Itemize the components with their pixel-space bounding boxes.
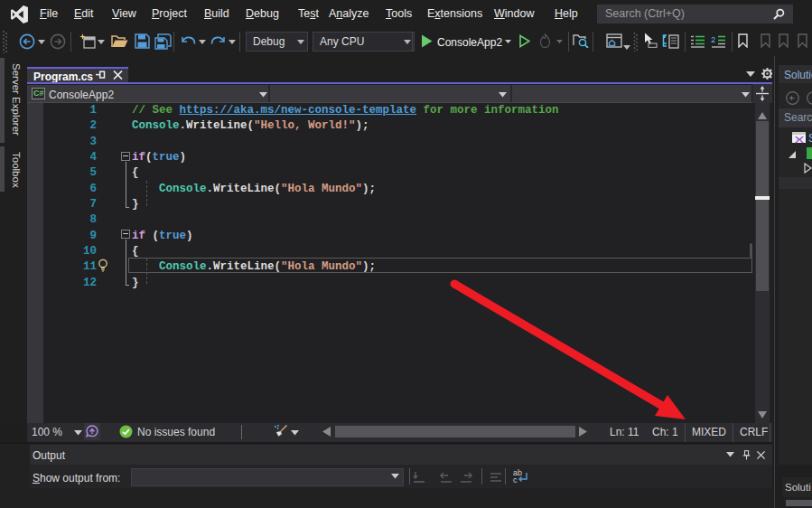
svg-text:c: c <box>513 475 518 484</box>
svg-text:2: 2 <box>711 36 715 45</box>
